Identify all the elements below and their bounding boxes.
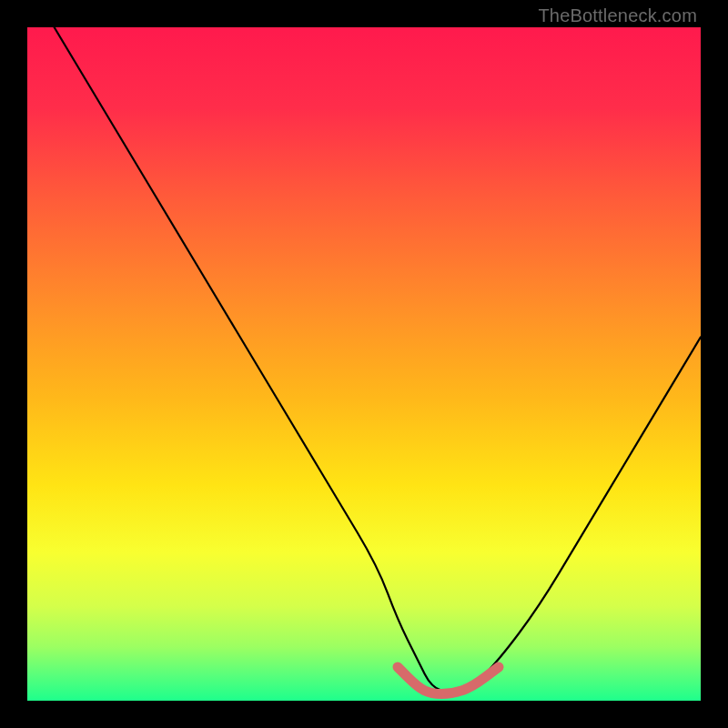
chart-frame: TheBottleneck.com bbox=[0, 0, 728, 728]
bottleneck-curve bbox=[55, 27, 701, 693]
plot-area bbox=[27, 27, 701, 701]
optimal-region bbox=[398, 667, 499, 694]
curve-layer bbox=[27, 27, 701, 701]
watermark-text: TheBottleneck.com bbox=[538, 5, 697, 26]
